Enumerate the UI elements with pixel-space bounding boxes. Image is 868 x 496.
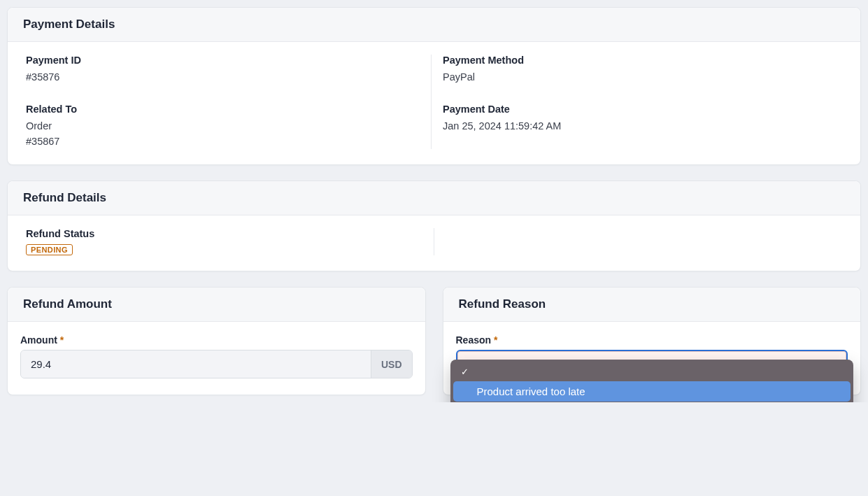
related-to-field: Related To Order #35867 bbox=[26, 104, 425, 150]
field-label: Payment Method bbox=[443, 55, 842, 66]
field-value: #35876 bbox=[26, 70, 425, 85]
card-header: Payment Details bbox=[8, 8, 860, 42]
label-text: Amount bbox=[20, 334, 57, 346]
refund-reason-card: Refund Reason Reason * ✓ Product arrived… bbox=[443, 287, 862, 395]
payment-method-field: Payment Method PayPal bbox=[443, 55, 842, 85]
refund-status-field: Refund Status PENDING bbox=[26, 228, 428, 255]
card-header: Refund Details bbox=[8, 181, 860, 215]
check-icon: ✓ bbox=[460, 367, 470, 377]
field-label: Payment Date bbox=[443, 104, 842, 115]
payment-details-card: Payment Details Payment ID #35876 Relate… bbox=[7, 7, 861, 165]
card-body: Reason * ✓ Product arrived too late bbox=[443, 322, 861, 395]
field-label: Payment ID bbox=[26, 55, 425, 66]
label-text: Reason bbox=[456, 334, 492, 346]
refund-row: Refund Amount Amount * USD Refund Reason… bbox=[7, 287, 861, 395]
card-title: Payment Details bbox=[23, 17, 845, 31]
required-marker: * bbox=[494, 334, 497, 346]
amount-input[interactable] bbox=[21, 350, 371, 378]
payment-date-field: Payment Date Jan 25, 2024 11:59:42 AM bbox=[443, 104, 842, 134]
currency-addon: USD bbox=[371, 350, 412, 378]
refund-right-col bbox=[434, 228, 848, 255]
refund-left-col: Refund Status PENDING bbox=[20, 228, 434, 255]
reason-select-wrap: ✓ Product arrived too late Customer orde… bbox=[456, 350, 848, 379]
card-header: Refund Amount bbox=[8, 288, 425, 322]
refund-details-card: Refund Details Refund Status PENDING bbox=[7, 180, 861, 271]
card-body: Amount * USD bbox=[8, 322, 425, 394]
refund-amount-card: Refund Amount Amount * USD bbox=[7, 287, 426, 395]
field-label: Related To bbox=[26, 104, 425, 115]
field-value: Order #35867 bbox=[26, 119, 425, 150]
amount-label: Amount * bbox=[20, 334, 413, 346]
payment-right-col: Payment Method PayPal Payment Date Jan 2… bbox=[432, 55, 848, 149]
amount-input-group: USD bbox=[20, 350, 413, 378]
status-badge: PENDING bbox=[26, 244, 73, 255]
required-marker: * bbox=[60, 334, 64, 346]
card-header: Refund Reason bbox=[443, 288, 861, 322]
dropdown-item-blank[interactable]: ✓ bbox=[453, 362, 851, 381]
field-value: PayPal bbox=[443, 70, 842, 85]
card-title: Refund Reason bbox=[459, 297, 846, 311]
field-value: Jan 25, 2024 11:59:42 AM bbox=[443, 119, 842, 134]
card-body: Payment ID #35876 Related To Order #3586… bbox=[8, 42, 860, 164]
reason-label: Reason * bbox=[456, 334, 848, 346]
payment-id-field: Payment ID #35876 bbox=[26, 55, 425, 85]
payment-left-col: Payment ID #35876 Related To Order #3586… bbox=[20, 55, 432, 149]
dropdown-item[interactable]: Customer ordered the wrong product bbox=[453, 402, 851, 402]
card-title: Refund Amount bbox=[23, 297, 410, 311]
related-to-type: Order bbox=[26, 119, 425, 134]
card-title: Refund Details bbox=[23, 191, 845, 205]
field-label: Refund Status bbox=[26, 228, 428, 239]
reason-dropdown: ✓ Product arrived too late Customer orde… bbox=[450, 360, 854, 402]
dropdown-item[interactable]: Product arrived too late bbox=[453, 381, 851, 402]
related-to-id: #35867 bbox=[26, 134, 425, 150]
field-value: PENDING bbox=[26, 243, 428, 255]
dropdown-item-label: Product arrived too late bbox=[477, 385, 585, 397]
card-body: Refund Status PENDING bbox=[8, 215, 860, 271]
